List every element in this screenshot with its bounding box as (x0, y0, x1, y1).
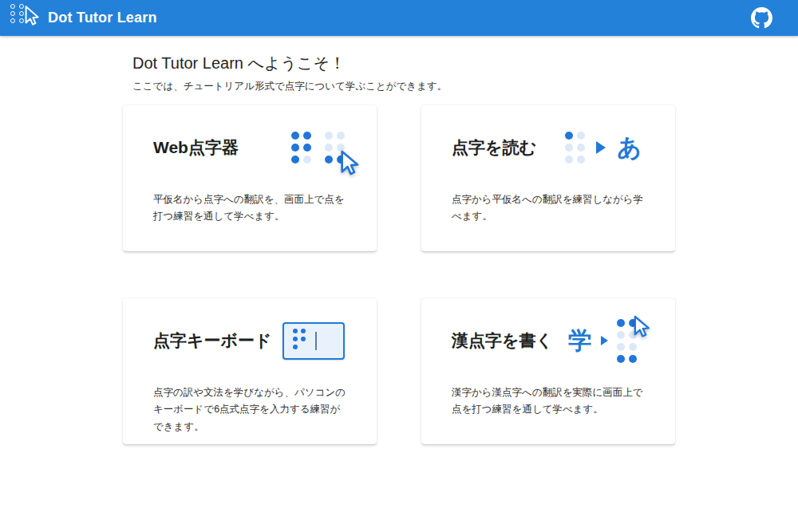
arrow-right-icon (601, 336, 608, 345)
kanji-source-char: 学 (568, 329, 592, 353)
welcome-section: Dot Tutor Learn へようこそ！ ここでは、チュートリアル形式で点字… (132, 53, 675, 93)
braille-cell-wrap (617, 319, 637, 363)
card-description: 点字から平仮名への翻訳を練習しながら学べます。 (452, 191, 645, 226)
braille-cell (565, 132, 585, 164)
card-web-braille-slate[interactable]: Web点字器 平仮名から点字への翻訳を、画面上で点を打つ練習を通して学べます。 (123, 105, 377, 251)
kanji-braille-write-icon: 学 (568, 319, 637, 363)
main-content: Dot Tutor Learn へようこそ！ ここでは、チュートリアル形式で点字… (123, 53, 675, 444)
card-write-kanji-braille[interactable]: 漢点字を書く 学 漢字から漢点字への翻訳を実際に画面上で点を打つ練習を通して学べ… (421, 298, 675, 444)
card-title: 漢点字を書く (452, 329, 553, 352)
card-title: 点字を読む (452, 136, 536, 159)
card-header: 点字キーボード (153, 314, 346, 367)
app-header: Dot Tutor Learn (0, 0, 798, 36)
cursor-icon (337, 149, 362, 179)
page-title: Dot Tutor Learn へようこそ！ (132, 53, 675, 74)
card-read-braille[interactable]: 点字を読む あ 点字から平仮名への翻訳を練習しながら学べます。 (421, 105, 675, 251)
hiragana-result-char: あ (617, 136, 642, 160)
card-header: 漢点字を書く 学 (452, 314, 645, 367)
page-subtitle: ここでは、チュートリアル形式で点字について学ぶことができます。 (132, 80, 675, 93)
braille-cell (293, 329, 306, 353)
cursor-icon (21, 5, 41, 29)
github-link[interactable] (749, 6, 774, 31)
card-header: Web点字器 (153, 121, 346, 174)
braille-read-icon: あ (565, 132, 642, 164)
card-title: 点字キーボード (153, 329, 271, 352)
arrow-right-icon (596, 141, 606, 154)
app-logo (10, 4, 41, 33)
braille-slate-icon (291, 132, 345, 164)
card-description: 点字の訳や文法を学びながら、パソコンのキーボードで6点式点字を入力する練習ができ… (153, 384, 346, 435)
card-description: 漢字から漢点字への翻訳を実際に画面上で点を打つ練習を通して学べます。 (452, 384, 645, 419)
card-braille-keyboard[interactable]: 点字キーボード 点字の訳や文法を学びながら、パソコンのキーボードで6点式点字を入… (123, 298, 377, 444)
app-title: Dot Tutor Learn (48, 10, 157, 26)
braille-cell (291, 132, 311, 164)
text-caret-icon (315, 332, 317, 350)
card-title: Web点字器 (153, 136, 239, 159)
card-header: 点字を読む あ (452, 121, 645, 174)
cards-grid: Web点字器 平仮名から点字への翻訳を、画面上で点を打つ練習を通して学べます。 … (123, 105, 675, 444)
cursor-icon (630, 314, 653, 341)
card-description: 平仮名から点字への翻訳を、画面上で点を打つ練習を通して学べます。 (153, 191, 346, 226)
github-icon (751, 7, 772, 29)
braille-keyboard-icon (282, 322, 345, 360)
